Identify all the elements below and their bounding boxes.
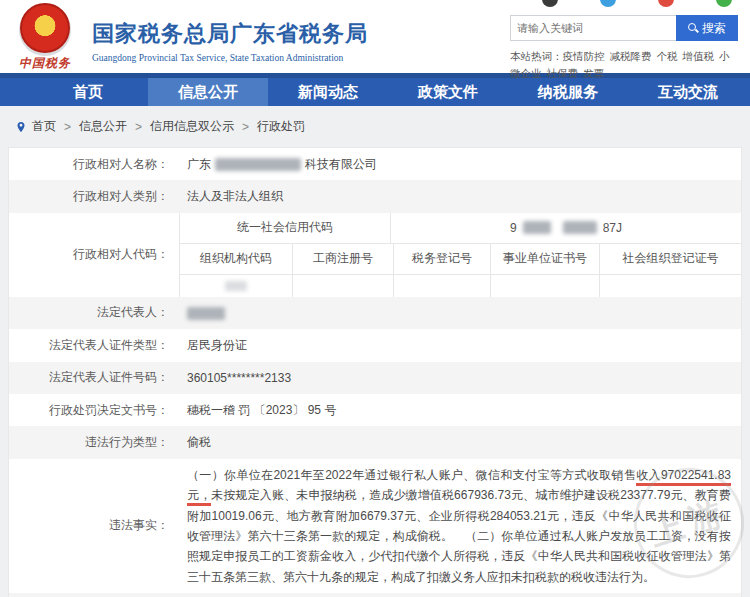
topbar-icons	[542, 0, 732, 7]
nav-item-news[interactable]: 新闻动态	[268, 78, 388, 106]
site-logo: 中国税务	[10, 3, 80, 72]
site-header: 中国税务 国家税务总局广东省税务局 Guangdong Provincial T…	[0, 13, 750, 73]
location-pin-icon	[16, 122, 26, 132]
row-doc-number: 行政处罚决定文书号： 穗税一稽 罚 〔2023〕 95 号	[9, 394, 741, 426]
hot-word[interactable]: 发票	[583, 67, 604, 79]
breadcrumb-info[interactable]: 信息公开	[79, 118, 127, 135]
hot-word[interactable]: 个税	[657, 50, 678, 62]
row-party-name: 行政相对人名称： 广东科技有限公司	[9, 148, 741, 180]
breadcrumb-credit[interactable]: 信用信息双公示	[150, 118, 234, 135]
hot-word[interactable]: 社保费	[547, 67, 579, 79]
row-party-code: 行政相对人代码： 统一社会信用代码 987J 组织机构代码 工商注册号 税务登记…	[9, 213, 741, 297]
code-sub-table: 统一社会信用代码 987J 组织机构代码 工商注册号 税务登记号 事业单位证书号…	[179, 213, 741, 297]
violation-type-value: 偷税	[179, 426, 741, 458]
row-penalty-basis: 处罚依据： 《中华人民共和国税收征收管理法》第六十三条第一款、第六十九条。	[9, 593, 741, 597]
share-icon-2[interactable]	[600, 0, 616, 7]
violation-fact-value: （一）你单位在2021年至2022年通过银行私人账户、微信和支付宝等方式收取销售…	[179, 459, 741, 593]
social-org-cert-value	[600, 275, 741, 297]
institution-cert-value	[491, 275, 600, 297]
penalty-detail-table: 行政相对人名称： 广东科技有限公司 行政相对人类别： 法人及非法人组织 行政相对…	[8, 147, 742, 597]
nav-item-interaction[interactable]: 互动交流	[628, 78, 748, 106]
credit-code-header: 统一社会信用代码	[180, 213, 391, 243]
row-label: 行政处罚决定文书号：	[9, 402, 179, 419]
party-name-value: 广东科技有限公司	[179, 148, 741, 180]
org-code-value	[180, 275, 293, 297]
breadcrumb-penalty[interactable]: 行政处罚	[257, 118, 305, 135]
logo-caption: 中国税务	[10, 55, 80, 72]
nav-item-policy[interactable]: 政策文件	[388, 78, 508, 106]
hot-words-label: 本站热词：	[510, 50, 563, 62]
redacted-credit-code	[523, 221, 551, 234]
nav-item-tax-service[interactable]: 纳税服务	[508, 78, 628, 106]
tax-reg-value	[394, 275, 491, 297]
redacted-value	[225, 281, 247, 291]
hot-words: 本站热词：疫情防控减税降费个税增值税小微企业社保费发票	[510, 48, 738, 82]
social-org-cert-header: 社会组织登记证号	[600, 244, 741, 274]
business-reg-header: 工商注册号	[293, 244, 394, 274]
doc-number-value: 穗税一稽 罚 〔2023〕 95 号	[179, 394, 741, 426]
nav-item-home[interactable]: 首页	[28, 78, 148, 106]
institution-cert-header: 事业单位证书号	[491, 244, 600, 274]
row-id-type: 法定代表人证件类型： 居民身份证	[9, 329, 741, 361]
row-violation-fact: 违法事实： （一）你单位在2021年至2022年通过银行私人账户、微信和支付宝等…	[9, 459, 741, 593]
redacted-company-name	[215, 158, 301, 171]
tax-reg-header: 税务登记号	[394, 244, 491, 274]
search-icon	[688, 23, 698, 33]
row-label: 法定代表人：	[9, 304, 179, 321]
row-label: 法定代表人证件类型：	[9, 337, 179, 354]
share-icon-1[interactable]	[542, 0, 558, 7]
redacted-person-name	[187, 307, 225, 320]
row-legal-rep: 法定代表人：	[9, 297, 741, 329]
id-type-value: 居民身份证	[179, 329, 741, 361]
tax-emblem-icon	[20, 3, 70, 53]
nav-item-info-disclosure[interactable]: 信息公开	[148, 78, 268, 106]
topbar	[0, 0, 750, 13]
hot-word[interactable]: 疫情防控	[563, 50, 605, 62]
org-code-header: 组织机构代码	[180, 244, 293, 274]
party-category-value: 法人及非法人组织	[179, 180, 741, 212]
row-party-category: 行政相对人类别： 法人及非法人组织	[9, 180, 741, 212]
share-icon-3[interactable]	[658, 0, 674, 7]
penalty-basis-value: 《中华人民共和国税收征收管理法》第六十三条第一款、第六十九条。	[179, 593, 741, 597]
legal-rep-value	[179, 297, 741, 329]
site-title: 国家税务总局广东省税务局	[92, 19, 368, 49]
id-number-value: 360105********2133	[179, 362, 741, 394]
row-id-number: 法定代表人证件号码： 360105********2133	[9, 362, 741, 394]
share-icon-4[interactable]	[716, 0, 732, 7]
business-reg-value	[293, 275, 394, 297]
search-input[interactable]	[510, 15, 676, 41]
search-button[interactable]: 搜索	[676, 15, 738, 41]
row-label: 行政相对人名称：	[9, 156, 179, 173]
hot-word[interactable]: 减税降费	[610, 50, 652, 62]
credit-code-value: 987J	[391, 213, 741, 243]
hot-word[interactable]: 增值税	[683, 50, 715, 62]
row-label: 行政相对人类别：	[9, 188, 179, 205]
row-label: 违法行为类型：	[9, 434, 179, 451]
row-label: 法定代表人证件号码：	[9, 369, 179, 386]
row-label: 违法事实：	[9, 517, 179, 534]
site-subtitle: Guangdong Provincial Tax Service, State …	[92, 53, 368, 63]
redacted-credit-code	[563, 221, 597, 234]
row-violation-type: 违法行为类型： 偷税	[9, 426, 741, 458]
breadcrumb-home[interactable]: 首页	[32, 118, 56, 135]
breadcrumb: 首页 > 信息公开 > 信用信息双公示 > 行政处罚	[0, 106, 750, 135]
row-label: 行政相对人代码：	[9, 213, 179, 297]
